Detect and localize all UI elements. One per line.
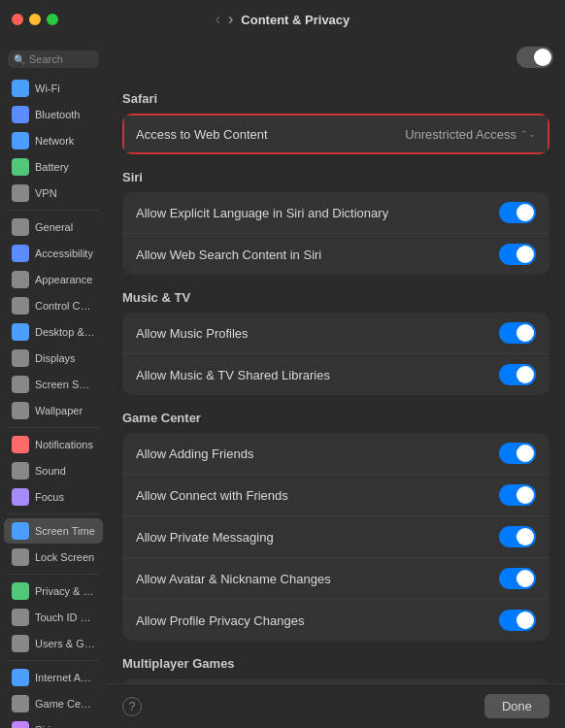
toggle-private-messaging[interactable] [499, 526, 536, 547]
wallpaper-icon [12, 402, 29, 419]
sidebar-label-control: Control Cent... [35, 300, 95, 312]
sidebar-item-accessibility[interactable]: Accessibility [4, 241, 103, 266]
sidebar-item-bluetooth[interactable]: Bluetooth [4, 102, 103, 127]
sidebar-item-privacy[interactable]: Privacy & Se... [4, 579, 103, 604]
sidebar-label-desktop: Desktop & D... [35, 326, 95, 338]
sidebar-item-appearance[interactable]: Appearance [4, 267, 103, 292]
row-label-connect-friends: Allow Connect with Friends [136, 488, 288, 503]
sidebar-search[interactable]: 🔍 Search [8, 50, 99, 68]
sidebar-item-vpn[interactable]: VPN [4, 181, 103, 206]
toggle-adding-friends[interactable] [499, 443, 536, 464]
sidebar-label-privacy: Privacy & Se... [35, 585, 95, 597]
done-button[interactable]: Done [484, 694, 549, 718]
toggle-connect-friends[interactable] [499, 484, 536, 506]
toggle-explicit-language[interactable] [499, 202, 536, 223]
sidebar-item-screensaver[interactable]: Screen Save... [4, 372, 103, 397]
settings-row-shared-libraries[interactable]: Allow Music & TV Shared Libraries [122, 354, 549, 395]
settings-row-avatar-changes[interactable]: Allow Avatar & Nickname Changes [122, 558, 549, 600]
row-label-music-profiles: Allow Music Profiles [136, 326, 249, 341]
sidebar-item-siri[interactable]: Siri [4, 717, 103, 728]
sidebar-item-users[interactable]: Users & Grou... [4, 631, 103, 656]
section-title-safari: Safari [122, 91, 549, 106]
settings-group-music-tv: Allow Music ProfilesAllow Music & TV Sha… [122, 313, 549, 395]
traffic-lights [12, 14, 58, 25]
toggle-web-search[interactable] [499, 244, 536, 265]
sidebar-item-lockscreen[interactable]: Lock Screen [4, 545, 103, 570]
sidebar-label-wallpaper: Wallpaper [35, 405, 83, 416]
privacy-icon [12, 582, 29, 600]
back-arrow[interactable]: ‹ [216, 11, 220, 28]
sidebar-item-internet[interactable]: Internet Acco... [4, 665, 103, 690]
title-bar-center: ‹ › Content & Privacy [216, 11, 350, 28]
sidebar-label-network: Network [35, 135, 74, 147]
toggle-shared-libraries[interactable] [499, 364, 536, 385]
sidebar-item-displays[interactable]: Displays [4, 346, 103, 371]
row-label-shared-libraries: Allow Music & TV Shared Libraries [136, 368, 330, 382]
search-placeholder: Search [29, 53, 63, 65]
settings-row-adding-friends[interactable]: Allow Adding Friends [122, 433, 549, 475]
dropdown-web-content[interactable]: Unrestricted Access⌃⌄ [405, 127, 536, 142]
notifications-icon [12, 436, 29, 453]
siri-icon [12, 721, 29, 728]
sidebar-item-screentime[interactable]: Screen Time [4, 518, 103, 544]
settings-group-safari: Access to Web ContentUnrestricted Access… [122, 114, 549, 154]
settings-row-music-profiles[interactable]: Allow Music Profiles [122, 313, 549, 354]
content-scroll[interactable]: SafariAccess to Web ContentUnrestricted … [107, 76, 565, 683]
forward-arrow[interactable]: › [228, 11, 233, 28]
settings-row-profile-privacy[interactable]: Allow Profile Privacy Changes [122, 600, 549, 641]
sidebar-divider [8, 513, 99, 514]
sidebar-divider [8, 427, 99, 428]
sidebar-label-wifi: Wi-Fi [35, 83, 60, 94]
section-title-siri: Siri [122, 170, 549, 184]
sidebar-item-wallpaper[interactable]: Wallpaper [4, 398, 103, 423]
sidebar-item-sound[interactable]: Sound [4, 458, 103, 483]
touchid-icon [12, 609, 29, 626]
sections-container: SafariAccess to Web ContentUnrestricted … [122, 91, 549, 683]
sidebar-label-vpn: VPN [35, 187, 57, 199]
toggle-avatar-changes[interactable] [499, 568, 536, 589]
settings-row-explicit-language[interactable]: Allow Explicit Language in Siri and Dict… [122, 192, 549, 234]
settings-row-web-content[interactable]: Access to Web ContentUnrestricted Access… [122, 114, 549, 154]
row-label-explicit-language: Allow Explicit Language in Siri and Dict… [136, 206, 388, 220]
sidebar-item-touchid[interactable]: Touch ID & P... [4, 605, 103, 630]
minimize-button[interactable] [29, 14, 41, 25]
sidebar-label-gamecenter: Game Center [35, 698, 95, 710]
control-icon [12, 297, 29, 314]
section-title-multiplayer: Multiplayer Games [122, 656, 549, 671]
help-button[interactable]: ? [122, 697, 142, 716]
toggle-profile-privacy[interactable] [499, 610, 536, 631]
sidebar-item-network[interactable]: Network [4, 128, 103, 153]
close-button[interactable] [12, 14, 23, 25]
network-icon [12, 132, 29, 149]
sidebar-label-focus: Focus [35, 491, 64, 503]
settings-row-web-search[interactable]: Allow Web Search Content in Siri [122, 234, 549, 275]
sidebar-item-notifications[interactable]: Notifications [4, 432, 103, 457]
sidebar-label-general: General [35, 221, 73, 233]
sidebar-label-lockscreen: Lock Screen [35, 551, 94, 563]
bluetooth-icon [12, 106, 29, 123]
row-label-adding-friends: Allow Adding Friends [136, 447, 253, 461]
chevron-down-icon: ⌃⌄ [520, 129, 536, 139]
sidebar-item-control[interactable]: Control Cent... [4, 293, 103, 318]
displays-icon [12, 349, 29, 367]
sidebar-label-sound: Sound [35, 465, 66, 477]
sidebar-item-gamecenter[interactable]: Game Center [4, 691, 103, 716]
section-title-music-tv: Music & TV [122, 290, 549, 305]
toggle-music-profiles[interactable] [499, 322, 536, 344]
sidebar-item-desktop[interactable]: Desktop & D... [4, 319, 103, 345]
maximize-button[interactable] [47, 14, 58, 25]
sidebar-item-battery[interactable]: Battery [4, 154, 103, 180]
window-title: Content & Privacy [241, 13, 349, 27]
accessibility-icon [12, 245, 29, 262]
master-toggle[interactable] [516, 47, 553, 68]
sidebar-item-wifi[interactable]: Wi-Fi [4, 76, 103, 101]
settings-row-private-messaging[interactable]: Allow Private Messaging [122, 516, 549, 558]
search-icon: 🔍 [14, 54, 25, 65]
row-label-profile-privacy: Allow Profile Privacy Changes [136, 613, 304, 628]
content-header [107, 39, 565, 76]
sidebar-item-focus[interactable]: Focus [4, 484, 103, 510]
sidebar-item-general[interactable]: General [4, 215, 103, 240]
settings-row-connect-friends[interactable]: Allow Connect with Friends [122, 475, 549, 516]
users-icon [12, 635, 29, 652]
focus-icon [12, 488, 29, 506]
